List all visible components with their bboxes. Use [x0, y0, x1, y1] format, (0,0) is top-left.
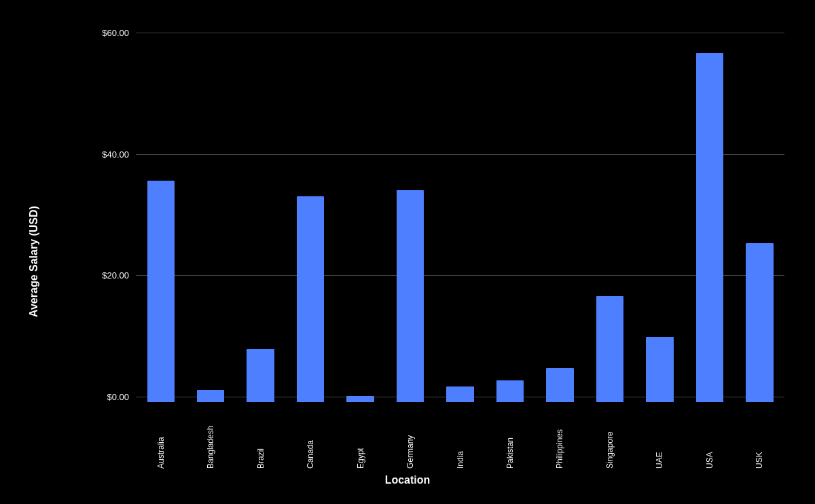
x-label-group: Canada	[285, 408, 335, 469]
bar-group	[485, 28, 535, 402]
x-tick-label: Germany	[405, 408, 415, 469]
x-tick-label: USA	[705, 408, 714, 469]
chart-container: Average Salary (USD) $60.00$40.00$20.00$…	[17, 14, 798, 490]
bar	[247, 349, 274, 402]
x-label-group: Brazil	[236, 408, 285, 469]
bar-group	[385, 28, 435, 402]
x-tick-label: Singapore	[605, 408, 615, 469]
bar	[596, 296, 623, 402]
x-label-group: Egypt	[336, 408, 385, 469]
bar-group	[236, 28, 285, 402]
bar	[446, 386, 473, 402]
bar-group	[185, 28, 235, 402]
x-tick-label: Australia	[156, 408, 166, 469]
chart-inner: $60.00$40.00$20.00$0.00 AustraliaBanglad…	[51, 14, 798, 469]
bar-group	[285, 28, 335, 402]
x-tick-label: USK	[755, 408, 764, 469]
bar	[397, 190, 424, 402]
bar-group	[685, 28, 734, 402]
y-axis-label: Average Salary (USD)	[17, 14, 51, 469]
bar-group	[535, 28, 585, 402]
x-label-group: Australia	[136, 408, 185, 469]
x-tick-label: Canada	[306, 408, 315, 469]
x-tick-label: Philippines	[555, 408, 564, 469]
bar	[147, 181, 175, 402]
x-label-group: Bangladesh	[185, 408, 235, 469]
bar	[496, 380, 524, 402]
x-tick-label: Egypt	[356, 408, 365, 469]
bar	[297, 196, 324, 402]
x-label-group: UAE	[635, 408, 685, 469]
bar	[696, 53, 723, 402]
bar-group	[336, 28, 385, 402]
x-axis-labels: AustraliaBangladeshBrazilCanadaEgyptGerm…	[136, 402, 784, 469]
bar-group	[585, 28, 634, 402]
bar-group	[635, 28, 685, 402]
bar	[546, 368, 573, 403]
bar	[346, 396, 374, 402]
bar	[197, 390, 224, 402]
chart-area: Average Salary (USD) $60.00$40.00$20.00$…	[17, 14, 798, 469]
x-label-group: USK	[735, 408, 784, 469]
bar	[646, 337, 673, 402]
x-tick-label: Pakistan	[505, 408, 515, 469]
x-label-group: India	[435, 408, 485, 469]
x-label-group: USA	[685, 408, 734, 469]
y-tick-label: $0.00	[92, 392, 129, 402]
bar	[746, 243, 773, 402]
y-tick-label: $40.00	[92, 149, 129, 160]
x-tick-label: India	[456, 408, 465, 469]
y-tick-label: $60.00	[92, 28, 129, 38]
bar-group	[435, 28, 485, 402]
bar-group	[735, 28, 784, 402]
x-tick-label: Brazil	[256, 408, 266, 469]
x-tick-label: UAE	[655, 408, 664, 469]
y-tick-label: $20.00	[92, 270, 129, 281]
x-axis-title: Location	[17, 469, 798, 490]
x-label-group: Pakistan	[485, 408, 535, 469]
bar-group	[136, 28, 185, 402]
x-tick-label: Bangladesh	[206, 408, 215, 469]
x-label-group: Singapore	[585, 408, 634, 469]
grid-and-bars: $60.00$40.00$20.00$0.00	[51, 14, 784, 402]
bars-section	[136, 28, 784, 402]
x-label-group: Germany	[385, 408, 435, 469]
x-label-group: Philippines	[535, 408, 585, 469]
